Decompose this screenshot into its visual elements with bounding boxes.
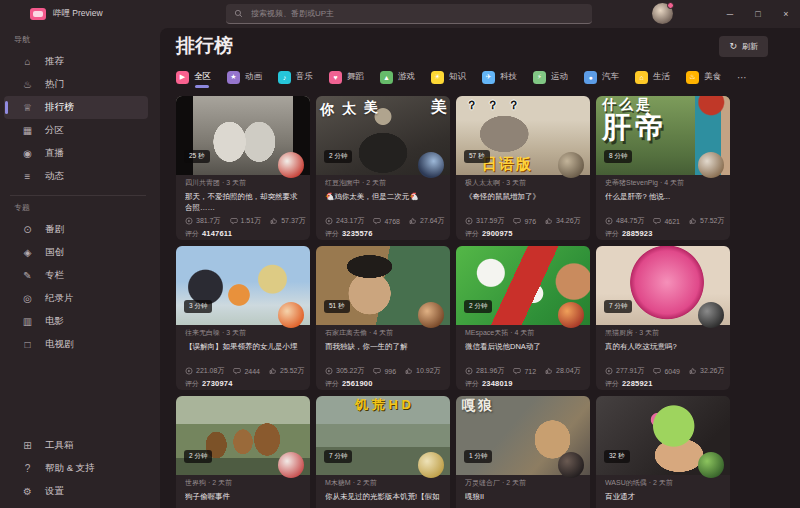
video-info: 四川共青团 · 3 天前 那天，不爱拍照的他，却突然要求合照…… 381.7万 … bbox=[176, 175, 310, 239]
score-row: 评分2348019 bbox=[465, 379, 581, 389]
video-card[interactable]: 嘎狼 1 分钟 万灵缝合厂 · 2 天前 嘎狼II bbox=[456, 396, 590, 508]
likes-stat: 27.64万 bbox=[409, 216, 445, 226]
sidebar-item[interactable]: ⊞ 工具箱 bbox=[4, 434, 148, 457]
maximize-button[interactable]: □ bbox=[744, 0, 772, 28]
uploader-avatar[interactable] bbox=[418, 152, 444, 178]
sidebar-item-icon: ⚙ bbox=[21, 486, 34, 497]
category-tab[interactable]: ★ 动画 bbox=[227, 66, 262, 88]
search-input[interactable] bbox=[249, 8, 584, 19]
category-tab[interactable]: ⚡ 运动 bbox=[533, 66, 568, 88]
thumbnail-overlay-text: 日语版 bbox=[482, 156, 533, 173]
user-avatar[interactable] bbox=[652, 3, 673, 24]
uploader-avatar[interactable] bbox=[558, 302, 584, 328]
sidebar-item-icon: ♨ bbox=[21, 79, 34, 90]
sidebar-item[interactable]: ♨ 热门 bbox=[4, 73, 148, 96]
category-tab[interactable]: ♪ 音乐 bbox=[278, 66, 313, 88]
uploader-meta: 黑猫厨房 · 3 天前 bbox=[605, 328, 721, 338]
upload-time: 2 天前 bbox=[357, 479, 377, 486]
video-card[interactable]: 25 秒 四川共青团 · 3 天前 那天，不爱拍照的他，却突然要求合照…… 38… bbox=[176, 96, 310, 240]
sidebar-item[interactable]: ▥ 电影 bbox=[4, 310, 148, 333]
category-tab[interactable]: ✈ 科技 bbox=[482, 66, 517, 88]
uploader-avatar[interactable] bbox=[278, 452, 304, 478]
sidebar-item[interactable]: ⚙ 设置 bbox=[4, 480, 148, 503]
sidebar-item[interactable]: ≡ 动态 bbox=[4, 165, 148, 188]
uploader-avatar[interactable] bbox=[558, 452, 584, 478]
video-card[interactable]: 32 秒 WASU的纸偶 · 2 天前 百业通才 bbox=[596, 396, 730, 508]
close-button[interactable]: × bbox=[772, 0, 800, 28]
sidebar-item[interactable]: ✎ 专栏 bbox=[4, 264, 148, 287]
score-label: 评分 bbox=[465, 230, 479, 237]
category-tab[interactable]: ▲ 游戏 bbox=[380, 66, 415, 88]
video-card[interactable]: 2 分钟 世界狗 · 2 天前 狗子偷喔事件 bbox=[176, 396, 310, 508]
score-row: 评分2730974 bbox=[185, 379, 301, 389]
uploader-avatar[interactable] bbox=[278, 152, 304, 178]
video-stats: 484.75万 4621 57.52万 bbox=[605, 216, 721, 226]
video-title: 🐔鸡你太美，但是二次元🐔 bbox=[325, 191, 441, 213]
thumbnail-overlay-text: 什么是 bbox=[602, 97, 653, 112]
search-bar[interactable] bbox=[226, 4, 592, 24]
category-tab[interactable]: ● 汽车 bbox=[584, 66, 619, 88]
uploader-meta: MEspace天拓 · 4 天前 bbox=[465, 328, 581, 338]
sidebar-item[interactable]: ◈ 国创 bbox=[4, 241, 148, 264]
uploader-name: 石家庄离去偷 bbox=[325, 329, 367, 336]
uploader-name: M木糖M bbox=[325, 479, 351, 486]
thumbs-up-icon bbox=[270, 217, 278, 225]
bilibili-tv-icon bbox=[30, 8, 46, 20]
video-card[interactable]: 什么是 肝帝 8 分钟 史蒂猪StevenPig · 4 天前 什么是肝帝? 他… bbox=[596, 96, 730, 240]
category-tab[interactable]: ⌂ 生活 bbox=[635, 66, 670, 88]
play-count-icon bbox=[325, 217, 333, 225]
sidebar-item[interactable]: ▦ 分区 bbox=[4, 119, 148, 142]
category-tab[interactable]: ☀ 知识 bbox=[431, 66, 466, 88]
uploader-avatar[interactable] bbox=[698, 152, 724, 178]
video-card[interactable]: 饥 荒 H D 7 分钟 M木糖M · 2 天前 你从未见过的光影版本饥荒!【假… bbox=[316, 396, 450, 508]
video-info: MEspace天拓 · 4 天前 微信看后说他DNA动了 281.96万 712 bbox=[456, 325, 590, 389]
play-count-icon bbox=[465, 217, 473, 225]
uploader-avatar[interactable] bbox=[698, 452, 724, 478]
sidebar-bottom-group: ⊞ 工具箱 ? 帮助 & 支持 ⚙ 设置 bbox=[0, 434, 160, 503]
category-tab[interactable]: ▶ 全区 bbox=[176, 66, 211, 88]
sidebar-item-label: 分区 bbox=[45, 124, 64, 137]
video-card[interactable]: 你 太 美 美 2 分钟 红豆泡面中 · 2 天前 🐔鸡你太美，但是二次元🐔 bbox=[316, 96, 450, 240]
meta-separator: · bbox=[353, 479, 355, 486]
play-count-icon bbox=[185, 367, 193, 375]
category-tab[interactable]: ♥ 舞蹈 bbox=[329, 66, 364, 88]
sidebar-item[interactable]: ◉ 直播 bbox=[4, 142, 148, 165]
score-row: 评分3235576 bbox=[325, 229, 441, 239]
uploader-avatar[interactable] bbox=[698, 302, 724, 328]
upload-time: 4 天前 bbox=[664, 179, 684, 186]
uploader-avatar[interactable] bbox=[418, 302, 444, 328]
video-title: 【误解向】如果领养的女儿是小埋 bbox=[185, 341, 301, 363]
category-tab-label: 运动 bbox=[551, 71, 568, 83]
sidebar-item[interactable]: ⌂ 推荐 bbox=[4, 50, 148, 73]
uploader-avatar[interactable] bbox=[558, 152, 584, 178]
sidebar-item[interactable]: ⊙ 番剧 bbox=[4, 218, 148, 241]
video-card[interactable]: 3 分钟 往来无白噪 · 3 天前 【误解向】如果领养的女儿是小埋 221.08… bbox=[176, 246, 310, 390]
sidebar-item-label: 帮助 & 支持 bbox=[45, 462, 95, 475]
sidebar-item[interactable]: □ 电视剧 bbox=[4, 333, 148, 356]
uploader-meta: 世界狗 · 2 天前 bbox=[185, 478, 301, 488]
uploader-meta: 万灵缝合厂 · 2 天前 bbox=[465, 478, 581, 488]
sidebar-item-icon: ? bbox=[21, 463, 34, 474]
views-value: 381.7万 bbox=[196, 216, 221, 226]
sidebar-item[interactable]: ◎ 纪录片 bbox=[4, 287, 148, 310]
refresh-button[interactable]: ↻ 刷新 bbox=[719, 36, 768, 57]
minimize-button[interactable]: ─ bbox=[716, 0, 744, 28]
comments-value: 2444 bbox=[244, 368, 260, 375]
video-card[interactable]: 2 分钟 MEspace天拓 · 4 天前 微信看后说他DNA动了 281.96… bbox=[456, 246, 590, 390]
category-tab-icon: ♪ bbox=[278, 71, 291, 84]
video-card[interactable]: ？？？ 日语版 57 秒 极人太太啊 · 3 天前 《奇怪的鼠鼠增加了》 bbox=[456, 96, 590, 240]
sidebar-item[interactable]: ? 帮助 & 支持 bbox=[4, 457, 148, 480]
comments-value: 4621 bbox=[664, 218, 680, 225]
video-card[interactable]: 7 分钟 黑猫厨房 · 3 天前 真的有人吃这玩意吗? 277.91万 bbox=[596, 246, 730, 390]
sidebar-item[interactable]: ♕ 排行榜 bbox=[4, 96, 148, 119]
video-card[interactable]: 51 秒 石家庄离去偷 · 4 天前 而我独缺，你一生的了解 305.22万 bbox=[316, 246, 450, 390]
thumbs-up-icon bbox=[545, 367, 553, 375]
more-tabs-button[interactable]: ⋯ bbox=[737, 72, 748, 83]
app-identity: 哔哩 Preview bbox=[30, 0, 103, 28]
views-value: 317.59万 bbox=[476, 216, 504, 226]
views-stat: 281.96万 bbox=[465, 366, 504, 376]
sidebar-item-icon: ⊞ bbox=[21, 440, 34, 451]
uploader-avatar[interactable] bbox=[278, 302, 304, 328]
uploader-avatar[interactable] bbox=[418, 452, 444, 478]
category-tab[interactable]: ♨ 美食 bbox=[686, 66, 721, 88]
